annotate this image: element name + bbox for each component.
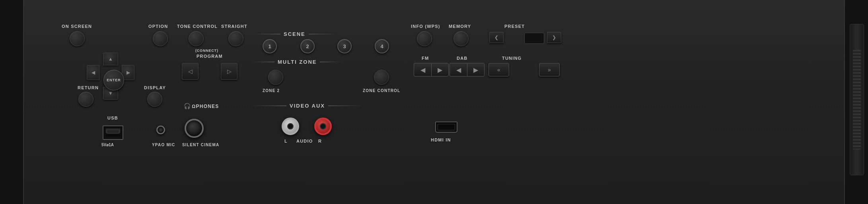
fm-right-button[interactable]: ▶ xyxy=(431,63,449,76)
preset-prev-button[interactable]: ❮ xyxy=(489,32,504,43)
dab-right-button[interactable]: ▶ xyxy=(467,63,485,76)
fm-buttons: ◀ ▶ xyxy=(414,63,449,76)
hdmi-in-port[interactable] xyxy=(435,122,457,133)
memory-button[interactable] xyxy=(453,31,469,46)
program-prev-button[interactable]: ◁ xyxy=(182,63,199,80)
preset-left-icon: ❮ xyxy=(494,35,498,40)
program-label: PROGRAM xyxy=(197,54,223,59)
info-wps-button[interactable] xyxy=(417,31,432,46)
fm-label: FM xyxy=(422,56,429,61)
main-panel: ON SCREEN OPTION TONE CONTROL STRAIGHT ▲… xyxy=(0,0,868,204)
tuning-right-button[interactable]: » xyxy=(539,63,560,76)
dab-left-button[interactable]: ◀ xyxy=(450,63,467,76)
option-label: OPTION xyxy=(148,24,168,29)
zone-control-button[interactable] xyxy=(374,70,389,85)
program-next-button[interactable]: ▷ xyxy=(221,63,237,80)
multizone-line-right xyxy=(320,62,342,62)
tone-control-label: TONE CONTROL xyxy=(177,24,218,29)
audio-l-label: L xyxy=(284,139,288,143)
enter-label: ENTER xyxy=(107,78,121,82)
dab-label: DAB xyxy=(457,56,467,61)
video-aux-section: VIDEO AUX xyxy=(251,103,364,109)
audio-r-label: R xyxy=(318,139,322,143)
dpad-up-button[interactable]: ▲ xyxy=(103,53,118,65)
memory-label: MEMORY xyxy=(449,24,471,29)
video-aux-line-left xyxy=(251,106,286,106)
option-button[interactable] xyxy=(153,31,168,46)
video-aux-label: VIDEO AUX xyxy=(290,103,325,109)
scene-button-3[interactable]: 3 xyxy=(337,39,352,53)
ypao-mic-jack[interactable] xyxy=(156,126,165,134)
multi-zone-label: MULTI ZONE xyxy=(278,59,317,65)
ypao-mic-label: YPAO MIC xyxy=(152,143,175,147)
audio-l-connector[interactable] xyxy=(282,118,299,135)
usb-label: USB xyxy=(107,116,118,120)
headphone-icon: 🎧 xyxy=(184,103,191,109)
tuning-label: TUNING xyxy=(502,56,522,61)
multizone-line-left xyxy=(253,62,274,62)
preset-right-icon: ❯ xyxy=(552,35,556,40)
return-button[interactable] xyxy=(78,92,93,107)
phones-label: 🎧ΩPHONES xyxy=(184,103,219,109)
display-label: DISPLAY xyxy=(144,85,166,90)
scene-section: SCENE xyxy=(253,31,337,37)
tone-control-button[interactable] xyxy=(189,31,204,46)
preset-label: PRESET xyxy=(504,24,525,29)
silent-cinema-label: SILENT CINEMA xyxy=(182,143,219,147)
enter-button[interactable]: ENTER xyxy=(103,70,124,90)
onscreen-button[interactable] xyxy=(70,31,85,46)
scene-button-1[interactable]: 1 xyxy=(263,39,277,53)
scene-button-4[interactable]: 4 xyxy=(375,39,389,53)
silent-cinema-jack[interactable] xyxy=(185,119,204,138)
scene-line-left xyxy=(253,34,280,34)
zone2-label: ZONE 2 xyxy=(263,88,280,93)
dpad-left-button[interactable]: ◀ xyxy=(87,65,99,80)
zone-control-label: ZONE CONTROL xyxy=(363,88,400,93)
zone2-button[interactable] xyxy=(268,70,283,85)
audio-r-connector[interactable] xyxy=(314,118,332,135)
fm-left-button[interactable]: ◀ xyxy=(414,63,431,76)
usb-spec-label: 5V⌀1A xyxy=(101,143,114,147)
scene-button-2[interactable]: 2 xyxy=(300,39,315,53)
straight-button[interactable] xyxy=(228,31,243,46)
info-wps-label: INFO (WPS) xyxy=(411,24,440,29)
tuning-left-button[interactable]: « xyxy=(488,63,509,76)
multi-zone-section: MULTI ZONE xyxy=(253,59,342,65)
return-label: RETURN xyxy=(78,85,99,90)
tuning-right-icon: » xyxy=(548,67,551,73)
onscreen-label: ON SCREEN xyxy=(62,24,92,29)
video-aux-line-right xyxy=(328,106,364,106)
tuning-left-icon: « xyxy=(497,67,500,73)
audio-label: AUDIO xyxy=(296,139,313,143)
straight-label: STRAIGHT xyxy=(221,24,247,29)
display-button[interactable] xyxy=(147,92,162,107)
scene-label: SCENE xyxy=(284,31,306,37)
usb-port[interactable] xyxy=(103,126,123,140)
hdmi-in-label: HDMI IN xyxy=(431,137,451,142)
preset-next-button[interactable]: ❯ xyxy=(547,32,561,43)
dab-buttons: ◀ ▶ xyxy=(450,63,485,76)
scene-line-right xyxy=(309,34,337,34)
preset-display xyxy=(524,33,544,44)
right-handle xyxy=(850,24,864,175)
program-connect-label: (CONNECT) xyxy=(195,49,218,53)
